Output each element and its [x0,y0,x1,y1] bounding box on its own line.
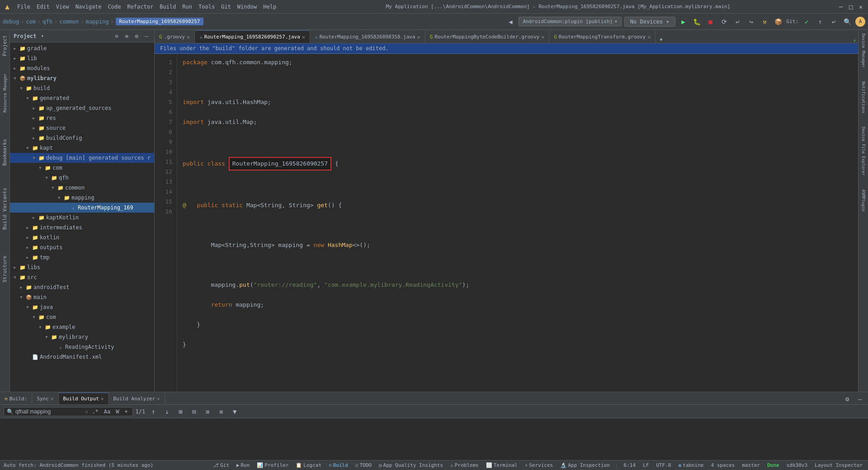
close-button[interactable]: ✕ [857,3,864,10]
sync-button[interactable]: ⟳ [719,16,730,27]
panel-hide-icon[interactable]: — [142,32,151,40]
tab-transform[interactable]: G RouterMappingTransform.groovy ✕ [549,30,656,43]
tree-item-mapping[interactable]: ▼ 📁 mapping [10,193,154,203]
debug-button[interactable]: 🐛 [692,16,703,27]
menu-file[interactable]: File [14,3,33,11]
status-services[interactable]: ⚡ Services [523,462,555,468]
tree-item-gradle[interactable]: ▶ 📁 gradle [10,43,154,53]
no-devices-button[interactable]: No Devices ▾ [624,17,675,27]
right-panel-device-manager[interactable]: Device Manager [860,32,867,70]
redo-button[interactable]: ↪ [746,16,757,27]
breadcrumb-common[interactable]: common [59,19,79,25]
right-panel-asm[interactable]: ASMPlugin [860,188,867,214]
stop-button[interactable]: ■ [705,16,716,27]
tree-item-com[interactable]: ▼ 📁 com [10,163,154,173]
status-line-ending[interactable]: LF [641,462,651,468]
sdk-manager-button[interactable]: 📦 [773,16,784,27]
sidebar-project-label[interactable]: Project [0,32,9,60]
menu-view[interactable]: View [53,3,72,11]
tree-item-mylibrary[interactable]: ▼ 📦 mylibrary [10,73,154,83]
avatar-icon[interactable]: A [855,17,865,27]
tree-item-generated[interactable]: ▼ 📁 generated [10,93,154,103]
tab-router-358[interactable]: ☕ RouterMapping_1695826098358.java ✕ [310,30,425,43]
tree-item-outputs[interactable]: ▶ 📁 outputs [10,242,154,252]
tree-item-build[interactable]: ▼ 📁 build [10,83,154,93]
tree-item-modules[interactable]: ▶ 📁 modules [10,63,154,73]
tab-close-groovy[interactable]: ✕ [187,34,190,40]
search-prev-icon[interactable]: ↑ [148,406,159,417]
bottom-panel-hide-icon[interactable]: — [854,394,865,404]
undo-button[interactable]: ↩ [732,16,743,27]
breadcrumb-mapping[interactable]: mapping [86,19,109,25]
status-sdk[interactable]: sdk30v3 [785,462,809,468]
status-logcat[interactable]: 📋 Logcat [294,462,323,468]
tree-item-qfh[interactable]: ▼ 📁 qfh [10,173,154,183]
git-undo-icon[interactable]: ↩ [828,16,839,27]
bottom-tab-build-output[interactable]: Build Output ✕ [59,393,109,404]
menu-run[interactable]: Run [179,3,195,11]
code-editor[interactable]: 1 2 3 4 5 6 7 8 9 10 11 12 13 14 15 16 [155,54,858,392]
bottom-panel-settings-icon[interactable]: ⚙ [842,394,853,404]
bottom-tab-build-output-close[interactable]: ✕ [101,396,104,402]
bottom-tab-build-analyzer[interactable]: Build Analyzer ✕ [109,393,165,404]
status-app-quality[interactable]: ◎ App Quality Insights [377,462,445,468]
tree-item-kapt[interactable]: ▼ 📁 kapt [10,143,154,153]
panel-scope-icon[interactable]: ⊙ [113,32,121,40]
search-input[interactable] [15,408,83,415]
right-panel-device-file[interactable]: Device File Explorer [860,125,867,177]
tree-item-mylibrary2[interactable]: ▼ 📁 mylibrary [10,332,154,342]
tab-router-257[interactable]: ☕ RouterMapping_1695826090257.java ✕ [195,30,310,43]
menu-git[interactable]: Git [218,3,234,11]
tab-close-router-257[interactable]: ✕ [302,34,305,40]
menu-edit[interactable]: Edit [34,3,52,11]
tree-item-androidtest[interactable]: ▶ 📁 androidTest [10,282,154,292]
status-indent[interactable]: 4 spaces [709,462,736,468]
bottom-tab-build-analyzer-close[interactable]: ✕ [157,396,160,402]
tree-item-res[interactable]: ▶ 📁 res [10,113,154,123]
sidebar-build-variants-label[interactable]: Build Variants [0,184,9,233]
menu-window[interactable]: Window [235,3,259,11]
status-run[interactable]: ▶ Run [235,462,252,468]
tree-item-reading-activity[interactable]: ▶ ☕ ReadingActivity [10,342,154,352]
panel-sort-icon[interactable]: ≡ [123,32,131,40]
tab-close-router-358[interactable]: ✕ [417,34,420,40]
git-push-icon[interactable]: ↑ [815,16,826,27]
tab-groovy[interactable]: G .groovy ✕ [155,30,195,43]
search-case-icon[interactable]: Aa [102,408,112,415]
tab-overflow-button[interactable]: ▾ [656,36,666,43]
tree-item-router-mapping[interactable]: ▶ ☕ RouterMapping_169 [10,203,154,213]
search-next-icon[interactable]: ↓ [161,406,172,417]
search-options-4[interactable]: ≡ [216,406,226,417]
search-filter-button[interactable]: ▼ [229,406,240,417]
status-layout-inspector[interactable]: Layout Inspector [813,462,864,468]
tree-item-libs[interactable]: ▶ 📁 libs [10,262,154,272]
tab-close-byte-code[interactable]: ✕ [541,34,544,40]
sidebar-structure-label[interactable]: Structure [0,252,9,286]
tree-item-java[interactable]: ▼ 📁 java [10,302,154,312]
search-options-2[interactable]: ⊟ [189,406,199,417]
menu-navigate[interactable]: Navigate [73,3,104,11]
tree-item-example[interactable]: ▼ 📁 example [10,322,154,332]
tree-item-intermediates[interactable]: ▶ 📁 intermediates [10,223,154,233]
panel-settings-icon[interactable]: ⚙ [132,32,141,40]
search-filter-icon[interactable]: + [123,408,129,415]
tree-item-manifest[interactable]: ▶ 📄 AndroidManifest.xml [10,352,154,362]
tree-item-src[interactable]: ▼ 📁 src [10,272,154,282]
search-word-icon[interactable]: W [114,408,121,415]
search-regex-icon[interactable]: .* [90,408,100,415]
search-button[interactable]: 🔍 [842,16,853,27]
status-tabnine[interactable]: ◉ tabnine [676,462,705,468]
code-content[interactable]: package com.qfh.common.mapping; import j… [177,54,858,392]
tree-item-kotlin[interactable]: ▶ 📁 kotlin [10,233,154,242]
bottom-tab-sync[interactable]: Sync ✕ [32,393,58,404]
sidebar-bookmarks-label[interactable]: Bookmarks [0,135,9,170]
tree-item-main[interactable]: ▼ 📦 main [10,292,154,302]
back-icon[interactable]: ◀ [505,16,516,27]
right-panel-notifications[interactable]: Notifications [860,80,867,115]
search-options-3[interactable]: ≡ [202,406,213,417]
status-branch[interactable]: master [740,462,762,468]
run-button[interactable]: ▶ [678,16,689,27]
breadcrumb-debug[interactable]: debug [3,19,19,25]
breadcrumb-qfh[interactable]: qfh [42,19,52,25]
status-profiler[interactable]: 📊 Profiler [255,462,290,468]
